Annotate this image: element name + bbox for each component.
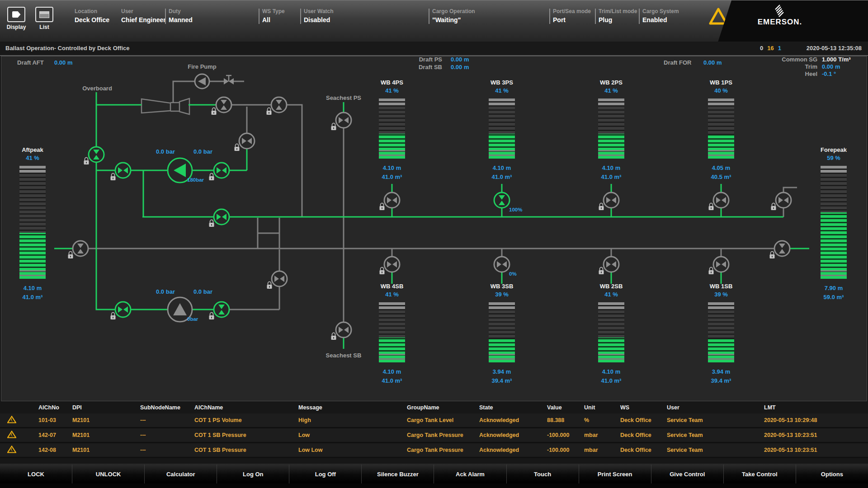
tank-level-gauge[interactable] [19,166,46,279]
tank-level: 4.10 m [12,285,53,291]
tank-name: WB 2PS [591,79,632,86]
page-title: Ballast Operation- Controlled by Deck Of… [5,45,130,52]
tank-percent: 39 % [481,291,522,298]
column-header: GroupName [407,401,479,413]
button-calculator[interactable]: Calculator [144,465,217,483]
overboard-label: Overboard [74,85,121,92]
tank-level: 3.94 m [701,368,741,375]
valve-value-label: 0% [509,271,517,277]
alarm-cell: Deck Office [620,443,667,458]
tank-wb-4ps: WB 4PS 41 % 4.10 m 41.0 m³ [372,79,412,180]
alarm-list: AlChNoDPISubNodeNameAlChNameMessageGroup… [0,401,868,464]
tank-percent: 41 % [372,87,412,94]
list-button[interactable]: List [33,7,56,30]
tank-wb-1ps: WB 1PS 40 % 4.05 m 40.5 m³ [701,79,741,180]
tank-level: 4.10 m [372,368,412,375]
emerson-brand-text: EMERSON. [748,18,811,27]
tank-level-gauge[interactable] [708,99,734,159]
tank-wb-3ps: WB 3PS 41 % 4.10 m 41.0 m³ [481,79,522,180]
alarm-row[interactable]: 101-03M2101---COT 1 PS VolumeHighCargo T… [0,413,868,428]
alarm-row[interactable]: 142-07M2101---COT 1 SB PressureLowCargo … [0,428,868,443]
column-header: LMT [764,401,868,413]
tank-level-gauge[interactable] [598,99,624,159]
alarm-cell: -100.000 [547,443,584,458]
alarm-cell: -100.000 [547,428,584,443]
column-header: Unit [584,401,620,413]
draft-for-label: Draft FOR [664,59,691,66]
tank-wb-3sb: WB 3SB 39 % 3.94 m 39.4 m³ [481,283,522,384]
tank-percent: 39 % [701,291,741,298]
display-icon [7,7,25,22]
button-unlock[interactable]: UNLOCK [72,465,144,483]
alarm-cell: Cargo Tank Pressure [407,428,479,443]
tank-wb-2sb: WB 2SB 41 % 4.10 m 41.0 m³ [591,283,632,384]
tank-name: WB 4PS [372,79,412,86]
field-separator [259,9,259,24]
display-button-label: Display [5,24,28,30]
column-header: Value [547,401,584,413]
alarm-cell: M2101 [72,428,140,443]
button-log-off[interactable]: Log Off [289,465,361,483]
button-touch[interactable]: Touch [506,465,579,483]
button-silence-buzzer[interactable]: Silence Buzzer [361,465,434,483]
field-separator [429,9,429,24]
tank-level-gauge[interactable] [821,166,847,279]
draft-sb-label: Draft SB [406,64,442,70]
alarm-cell: --- [140,443,194,458]
tank-wb-4sb: WB 4SB 41 % 4.10 m 41.0 m³ [372,283,412,384]
alarm-cell: COT 1 PS Volume [194,413,298,428]
count-alarm: 16 [767,45,774,52]
alarm-counts[interactable]: 0161 [760,45,781,52]
button-give-control[interactable]: Give Control [651,465,723,483]
seachest-sb-label: Seachest SB [318,352,369,359]
alarm-warning-icon [0,413,38,428]
heel-label: Heel [769,70,817,77]
column-header: SubNodeName [140,401,194,413]
tank-level-gauge[interactable] [598,302,624,362]
tank-forepeak: Forepeak 59 % 7.90 m 59.0 m³ [813,146,854,300]
tank-volume: 39.4 m³ [701,377,741,384]
button-ack-alarm[interactable]: Ack Alarm [434,465,506,483]
button-take-control[interactable]: Take Control [723,465,796,483]
tank-level-gauge[interactable] [379,99,405,159]
alarm-warning-icon [0,443,38,458]
tank-level-gauge[interactable] [379,302,405,362]
tank-name: Aftpeak [12,146,53,153]
function-button-bar: LOCKUNLOCKCalculatorLog OnLog OffSilence… [0,464,868,488]
fire-pump-label: Fire Pump [180,63,224,70]
stripping-discharge-pressure: 0.0 bar [187,288,219,295]
tank-level: 4.10 m [481,164,522,171]
tank-volume: 41.0 m³ [591,377,632,384]
draft-sb-value: 0.00 m [451,64,469,70]
column-header: User [667,401,764,413]
tank-level: 3.94 m [481,368,522,375]
alarm-cell: 2020-05-13 10:23:51 [764,428,868,443]
alarm-row[interactable]: 142-08M2101---COT 1 SB PressureLow LowCa… [0,443,868,458]
display-button[interactable]: Display [5,7,28,30]
alarm-cell: % [584,413,620,428]
tank-percent: 41 % [372,291,412,298]
button-lock[interactable]: LOCK [0,465,72,483]
emerson-logo-block: EMERSON. [718,0,868,42]
fire-pump[interactable] [195,74,209,89]
datetime: 2020-05-13 12:35:08 [807,45,862,52]
column-header: WS [620,401,667,413]
draft-for-value: 0.00 m [703,59,722,66]
trim-label: Trim [769,63,817,70]
topbar-field-trim-list-mode: Trim/List modePlug [599,8,637,23]
button-log-on[interactable]: Log On [217,465,289,483]
tank-level-gauge[interactable] [708,302,734,362]
heel-value: -0.1 ° [822,70,836,77]
tank-level-gauge[interactable] [489,302,515,362]
alarm-cell: Service Team [667,428,764,443]
button-print-screen[interactable]: Print Screen [579,465,651,483]
count-info: 1 [778,45,781,52]
tank-level-gauge[interactable] [489,99,515,159]
alarm-cell: Acknowledged [479,413,547,428]
tank-percent: 41 % [12,155,53,161]
count-normal: 0 [760,45,763,52]
alarm-cell: mbar [584,443,620,458]
alarm-cell: Service Team [667,443,764,458]
tank-volume: 41.0 m³ [481,174,522,180]
button-options[interactable]: Options [796,465,868,483]
